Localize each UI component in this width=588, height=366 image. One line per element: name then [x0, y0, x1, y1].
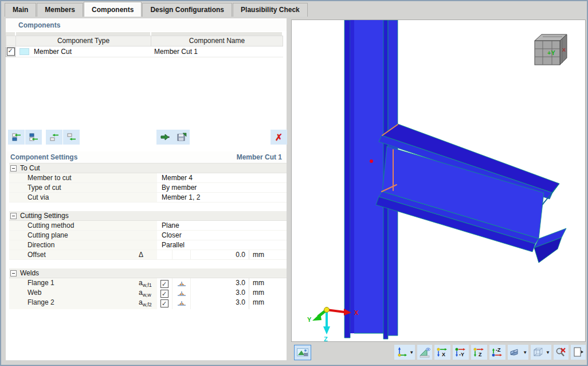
display-properties-icon	[297, 348, 308, 357]
solid-model-display-button[interactable]: ▼	[508, 345, 528, 360]
zoom-cancel-icon	[555, 346, 567, 358]
show-panel-button[interactable]	[571, 345, 586, 360]
collapse-minus-icon[interactable]	[10, 213, 17, 219]
component-type-header[interactable]: Component Type	[16, 36, 151, 46]
solid-model-icon	[509, 346, 522, 358]
tab-components[interactable]: Components	[84, 2, 142, 17]
insert-row-below-icon	[29, 133, 39, 142]
svg-text:-Z: -Z	[496, 347, 501, 353]
3d-viewport[interactable]: +Y X X Y Z	[291, 20, 586, 342]
axes-icon	[395, 346, 408, 358]
flange-1-weld-checkbox[interactable]	[160, 280, 168, 288]
offset-unit: mm	[249, 250, 287, 259]
group-cutting-settings[interactable]: Cutting Settings	[9, 211, 287, 221]
setting-row-member-to-cut[interactable]: Member to cut Member 4	[9, 173, 287, 183]
setting-row-offset[interactable]: Offset Δ 0.0 mm	[9, 250, 287, 260]
components-panel: Components Component Type Component Name…	[6, 18, 287, 363]
append-row-icon	[66, 133, 77, 142]
svg-text:Z: Z	[479, 352, 482, 357]
cancel-zoom-button[interactable]	[554, 345, 569, 360]
wireframe-display-button[interactable]: ▼	[531, 345, 551, 360]
tab-main[interactable]: Main	[5, 3, 36, 17]
weld-symbol: aw,f2	[136, 298, 157, 309]
fillet-weld-icon	[177, 281, 186, 287]
save-floppy-icon	[177, 133, 187, 142]
z-axis-label: Z	[324, 336, 328, 341]
view-neg-z-icon: -Z	[491, 346, 504, 358]
view-in-neg-z-button[interactable]: -Z	[489, 345, 505, 360]
table-row[interactable]: Member Cut Member Cut 1	[6, 46, 287, 57]
node-marker[interactable]	[370, 159, 373, 163]
component-active-checkbox[interactable]	[7, 48, 15, 56]
chevron-down-icon[interactable]: ▼	[409, 350, 414, 355]
component-name-header[interactable]: Component Name	[151, 36, 283, 46]
type-of-cut-value[interactable]: By member	[157, 183, 287, 192]
components-table: Component Type Component Name Member Cut…	[6, 32, 287, 130]
fillet-weld-icon	[177, 300, 186, 307]
wireframe-cube-icon	[532, 346, 544, 358]
view-angle-button[interactable]	[417, 345, 432, 360]
chevron-down-icon[interactable]: ▼	[546, 350, 550, 355]
tab-design-configurations[interactable]: Design Configurations	[142, 3, 232, 17]
component-type-cell: Member Cut	[34, 48, 72, 56]
cutting-plane-value[interactable]: Closer	[157, 231, 287, 240]
view-in-z-button[interactable]: Z	[471, 345, 487, 360]
setting-row-type-of-cut[interactable]: Type of cut By member	[9, 183, 287, 193]
insert-component-above-button[interactable]	[8, 130, 25, 145]
flange-2-weld-checkbox[interactable]	[160, 299, 168, 307]
view-neg-y-icon: -Y	[454, 346, 468, 358]
view-in-x-button[interactable]: X	[434, 345, 450, 360]
cutting-method-value[interactable]: Plane	[157, 221, 287, 230]
group-gap	[9, 260, 287, 268]
setting-row-flange-1[interactable]: Flange 1 aw,f1 3.0 mm	[9, 278, 287, 288]
cube-side-label: X	[562, 47, 566, 53]
navigation-cube[interactable]: +Y X	[535, 34, 567, 65]
offset-value-input[interactable]: 0.0	[190, 250, 249, 259]
save-component-template-button[interactable]	[173, 130, 190, 145]
append-component-button[interactable]	[63, 130, 80, 145]
row-checkbox-focus	[6, 47, 15, 57]
setting-row-cutting-plane[interactable]: Cutting plane Closer	[9, 231, 287, 240]
tab-plausibility-check[interactable]: Plausibility Check	[233, 3, 308, 17]
cut-via-value[interactable]: Member 1, 2	[157, 193, 287, 202]
import-component-button[interactable]	[156, 130, 173, 145]
table-header-row: Component Type Component Name	[6, 36, 287, 46]
direction-value[interactable]: Parallel	[157, 240, 287, 250]
view-in-neg-y-button[interactable]: -Y	[453, 345, 469, 360]
setting-row-cutting-method[interactable]: Cutting method Plane	[9, 221, 287, 231]
insert-component-below-button[interactable]	[25, 130, 42, 145]
svg-text:-Y: -Y	[459, 352, 464, 357]
checkbox-column-header	[6, 36, 16, 46]
web-weld-checkbox[interactable]	[160, 290, 168, 298]
insert-subcomponent-button[interactable]	[46, 130, 62, 145]
flange-2-weld-size-input[interactable]: 3.0	[190, 298, 249, 309]
setting-row-web[interactable]: Web aw,w 3.0 mm	[9, 288, 287, 298]
collapse-minus-icon[interactable]	[10, 165, 17, 172]
panel-toggle-icon	[572, 346, 585, 358]
protractor-eye-icon	[418, 346, 431, 358]
chevron-down-icon[interactable]: ▼	[523, 350, 527, 355]
group-to-cut[interactable]: To Cut	[9, 163, 287, 173]
setting-row-cut-via[interactable]: Cut via Member 1, 2	[9, 193, 287, 203]
view-x-icon: X	[436, 346, 449, 358]
component-settings-title: Component Settings	[10, 151, 77, 163]
component-color-swatch	[19, 48, 29, 55]
delete-component-button[interactable]: ✗	[271, 130, 287, 145]
setting-row-flange-2[interactable]: Flange 2 aw,f2 3.0 mm	[9, 298, 287, 307]
member-to-cut-value[interactable]: Member 4	[157, 173, 287, 182]
fillet-weld-icon	[177, 290, 186, 297]
svg-text:X: X	[442, 352, 445, 357]
offset-delta-symbol: Δ	[136, 250, 157, 259]
components-toolbar: ✗	[6, 130, 287, 146]
table-empty-area	[6, 57, 287, 130]
setting-row-direction[interactable]: Direction Parallel	[9, 240, 287, 250]
collapse-minus-icon[interactable]	[10, 270, 17, 277]
view-z-icon: Z	[472, 346, 486, 358]
display-properties-button[interactable]	[294, 345, 311, 360]
3d-scene: +Y X X Y Z	[292, 20, 585, 341]
tab-members[interactable]: Members	[37, 3, 83, 17]
group-gap	[9, 203, 287, 211]
group-welds[interactable]: Welds	[9, 268, 287, 278]
transfer-arrow-icon	[160, 133, 170, 142]
coordinate-system-button[interactable]: ▼	[394, 345, 415, 360]
